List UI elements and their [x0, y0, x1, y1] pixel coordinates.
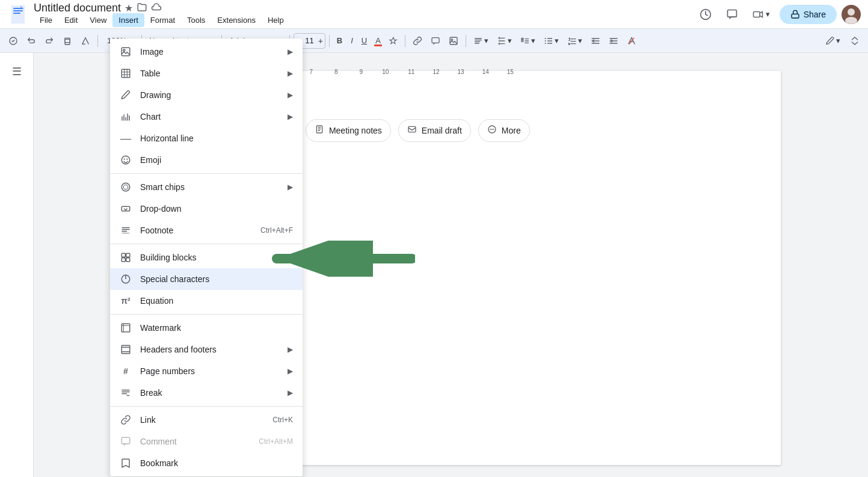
headers-footers-menu-label: Headers and footers	[140, 345, 279, 354]
align-button[interactable]: ▾	[470, 34, 492, 48]
break-menu-arrow: ▶	[288, 389, 293, 397]
menu-item-dropdown[interactable]: Drop-down	[110, 198, 303, 220]
menu-edit[interactable]: Edit	[58, 13, 84, 27]
svg-rect-35	[126, 253, 130, 257]
meeting-notes-chip[interactable]: Meeting notes	[306, 119, 391, 142]
svg-point-22	[490, 129, 491, 130]
menu-item-smart-chips[interactable]: Smart chips ▶	[110, 176, 303, 198]
footnote-menu-label: Footnote	[140, 226, 252, 235]
more-chip[interactable]: More	[478, 119, 530, 142]
menu-file[interactable]: File	[34, 13, 58, 27]
clear-formatting-button[interactable]	[623, 34, 640, 48]
font-size-increase[interactable]: +	[316, 36, 325, 46]
menu-extensions[interactable]: Extensions	[211, 13, 262, 27]
bullet-list-button[interactable]: ▾	[540, 34, 562, 48]
doc-title[interactable]: Untitled document	[34, 2, 121, 14]
folder-icon[interactable]	[137, 2, 147, 14]
comment-menu-icon	[120, 435, 132, 448]
cloud-icon[interactable]	[151, 2, 162, 14]
menu-separator-1	[110, 173, 303, 174]
menu-item-headers-footers[interactable]: Headers and footers ▶	[110, 339, 303, 360]
menu-item-image[interactable]: Image ▶	[110, 41, 303, 63]
svg-rect-36	[122, 258, 125, 262]
headers-footers-menu-icon	[120, 343, 132, 355]
line-spacing-button[interactable]: ▾	[493, 34, 516, 48]
outline-icon[interactable]: ☰	[7, 60, 26, 83]
menu-item-bookmark[interactable]: Bookmark	[110, 452, 303, 474]
chart-menu-icon	[120, 111, 132, 123]
menu-item-emoji[interactable]: Emoji	[110, 149, 303, 171]
svg-point-18	[545, 43, 546, 44]
menu-item-chart[interactable]: Chart ▶	[110, 106, 303, 128]
menu-item-table[interactable]: Table ▶	[110, 63, 303, 84]
underline-button[interactable]: U	[358, 34, 371, 48]
menu-item-equation[interactable]: π² Equation	[110, 290, 303, 312]
undo-button[interactable]	[23, 34, 40, 48]
share-button[interactable]: Share	[780, 5, 837, 24]
svg-rect-3	[753, 11, 760, 17]
avatar[interactable]	[842, 5, 861, 24]
menu-item-building-blocks[interactable]: Building blocks ▶	[110, 247, 303, 268]
meet-button[interactable]: ▾	[748, 4, 775, 25]
indent-decrease-button[interactable]	[587, 34, 604, 48]
svg-rect-41	[122, 437, 130, 444]
email-draft-chip[interactable]: Email draft	[398, 119, 471, 142]
top-bar: Untitled document ★ File Edit View Inser…	[0, 0, 868, 29]
highlight-button[interactable]	[386, 34, 401, 48]
paint-format-button[interactable]	[77, 34, 94, 48]
watermark-menu-icon	[120, 322, 132, 334]
menu-item-watermark[interactable]: Watermark	[110, 317, 303, 339]
footnote-menu-icon	[120, 224, 132, 236]
link-button[interactable]	[409, 34, 426, 48]
dropdown-menu-icon	[120, 203, 132, 215]
menu-format[interactable]: Format	[144, 13, 181, 27]
checklist-button[interactable]: ▾	[517, 34, 539, 48]
pencil-button[interactable]: ▾	[822, 34, 844, 48]
document-page: Meeting notes Email draft More	[269, 71, 781, 465]
svg-point-17	[545, 40, 546, 42]
font-color-button[interactable]: A	[372, 34, 384, 48]
svg-point-24	[493, 129, 494, 130]
comment-shortcut: Ctrl+Alt+M	[259, 437, 293, 446]
menu-tools[interactable]: Tools	[181, 13, 211, 27]
image-inline-button[interactable]	[445, 34, 462, 48]
equation-menu-icon: π²	[120, 295, 132, 307]
menu-item-drawing[interactable]: Drawing ▶	[110, 84, 303, 106]
more-chip-icon	[487, 125, 497, 137]
print-button[interactable]	[59, 34, 76, 48]
sidebar-left: ☰	[0, 53, 34, 477]
svg-point-16	[545, 38, 546, 39]
menu-insert[interactable]: Insert	[112, 13, 144, 27]
menu-item-page-numbers[interactable]: # Page numbers ▶	[110, 360, 303, 382]
font-size-value[interactable]: 11	[303, 36, 316, 45]
indent-increase-button[interactable]	[605, 34, 622, 48]
svg-point-5	[848, 8, 855, 16]
top-right-controls: ▾ Share	[695, 4, 861, 25]
star-icon[interactable]: ★	[125, 2, 133, 14]
comment-inline-button[interactable]	[427, 34, 444, 48]
building-blocks-menu-icon	[120, 251, 132, 263]
numbered-list-button[interactable]: ▾	[564, 34, 586, 48]
spell-check-button[interactable]	[5, 34, 22, 48]
comment-button[interactable]	[721, 4, 743, 25]
italic-button[interactable]: I	[347, 34, 357, 48]
redo-button[interactable]	[41, 34, 58, 48]
menu-help[interactable]: Help	[262, 13, 290, 27]
table-menu-arrow: ▶	[288, 69, 293, 78]
menu-item-special-characters[interactable]: Special characters	[110, 268, 303, 290]
history-button[interactable]	[695, 4, 716, 25]
svg-point-26	[123, 49, 125, 51]
menu-item-horizontal-line[interactable]: — Horizontal line	[110, 128, 303, 149]
menu-item-footnote[interactable]: Footnote Ctrl+Alt+F	[110, 220, 303, 241]
share-label: Share	[804, 10, 826, 19]
table-menu-icon	[120, 67, 132, 79]
menu-item-break[interactable]: Break ▶	[110, 382, 303, 404]
menu-item-link[interactable]: Link Ctrl+K	[110, 409, 303, 431]
menu-view[interactable]: View	[84, 13, 112, 27]
svg-point-31	[122, 183, 130, 191]
dropdown-menu-label: Drop-down	[140, 204, 293, 214]
collapse-toolbar-button[interactable]	[846, 34, 863, 48]
toolbar-divider-6	[405, 35, 405, 47]
bold-button[interactable]: B	[333, 34, 346, 48]
bookmark-menu-label: Bookmark	[140, 458, 293, 468]
